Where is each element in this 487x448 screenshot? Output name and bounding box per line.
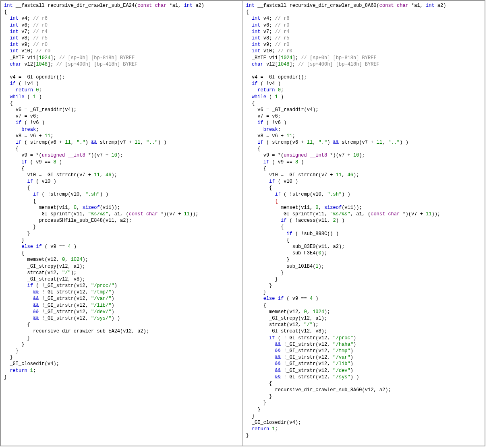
var-v11: v11 xyxy=(269,55,278,61)
var-v7: v7 xyxy=(21,29,27,35)
left-code-pane: int __fastcall recursive_dir_crawler_sub… xyxy=(1,1,243,446)
num: 4 xyxy=(310,296,313,301)
var-v12: v12 xyxy=(266,62,275,67)
kw-if: if xyxy=(275,192,281,197)
op-and: && xyxy=(333,140,339,145)
num: 0 xyxy=(315,205,318,211)
brace-open-red: { xyxy=(275,198,278,204)
type-byte: _BYTE xyxy=(252,55,266,61)
num: 1 xyxy=(33,94,36,100)
fn-readdir: _GI_readdir xyxy=(272,107,304,113)
fn-name: recursive_dir_crawler_sub_EA24 xyxy=(48,3,135,8)
num: 11 xyxy=(135,140,140,145)
type-char: char xyxy=(10,62,21,67)
fn-strcat: _GI_strcat xyxy=(27,277,56,282)
str: "/tmp" xyxy=(333,348,350,354)
arg2-type: int xyxy=(426,3,435,8)
var-v8: v8 xyxy=(21,35,27,41)
op-and: && xyxy=(33,309,39,315)
kw-int: int xyxy=(10,35,19,41)
arg2: a2 xyxy=(195,3,201,8)
type-cast: const char xyxy=(371,211,400,217)
kw-int: int xyxy=(252,16,261,21)
kw-if: if xyxy=(16,140,21,145)
kw-return: return xyxy=(10,368,27,374)
fn-opendir: _GI_opendir xyxy=(266,74,298,80)
num: 1024 xyxy=(71,257,83,262)
var-v12: v12 xyxy=(24,62,33,67)
fn-strstr: _GI_strstr xyxy=(286,342,315,347)
cmt: // [sp+0h] [bp-818h] BYREF xyxy=(301,55,376,61)
num: 10 xyxy=(353,153,359,158)
kw-while: while xyxy=(252,94,266,100)
cmt: // r0 xyxy=(278,48,292,54)
num: 0 xyxy=(319,250,321,256)
kw-int: int xyxy=(10,23,19,28)
cmt: // [sp+400h] [bp-418h] BYREF xyxy=(298,62,379,67)
cmt: // r0 xyxy=(36,48,50,54)
op-and: && xyxy=(33,289,39,295)
var-v7: v7 xyxy=(263,29,269,35)
cmt: // r5 xyxy=(275,35,290,41)
str: ".sh" xyxy=(85,192,100,197)
kw-return: return xyxy=(16,87,33,93)
kw-if: if xyxy=(21,159,27,165)
str: "/" xyxy=(62,270,71,276)
num: 1 xyxy=(272,426,275,432)
var-v4: v4 xyxy=(263,16,269,21)
kw-if: if xyxy=(269,179,275,184)
op-and: && xyxy=(275,355,281,360)
kw-int: int xyxy=(252,48,261,54)
num: 1024 xyxy=(281,55,292,61)
var-v11: v11 xyxy=(27,55,36,61)
fn-closedir: _GI_closedir xyxy=(252,420,286,425)
fn-strstr: _GI_strstr xyxy=(286,374,315,380)
kw-int: int xyxy=(10,48,19,54)
arg1-type: const char xyxy=(379,3,408,8)
callconv: __fastcall xyxy=(16,3,45,8)
num: 4 xyxy=(68,244,70,250)
type-cast: unsigned __int8 xyxy=(42,153,85,158)
kw-int: int xyxy=(252,35,261,41)
fn-sub101b4: sub_101B4 xyxy=(286,264,313,269)
kw-if: if xyxy=(27,283,33,289)
str: "/var/" xyxy=(91,296,111,301)
var-v8: v8 xyxy=(263,35,269,41)
num: 8 xyxy=(295,159,298,165)
num: 0 xyxy=(62,257,65,262)
str: "." xyxy=(319,140,327,145)
cmt: // r4 xyxy=(275,29,290,35)
fn-strrchr: _GI_strrchr xyxy=(286,172,318,178)
op-and: && xyxy=(33,296,39,301)
str: ".sh" xyxy=(327,192,342,197)
kw-else: else if xyxy=(21,244,41,250)
fn-strcpy: _GI_strcpy xyxy=(27,264,56,269)
fn-strstr: _GI_strstr xyxy=(286,368,315,374)
num: 11 xyxy=(336,172,342,178)
str: "." xyxy=(77,140,85,145)
fn-name: recursive_dir_crawler_sub_8A60 xyxy=(290,3,377,8)
fn-recurse: recursive_dir_crawler_sub_8A60 xyxy=(275,387,362,393)
str: "/haha" xyxy=(333,342,353,347)
op-and: && xyxy=(275,374,281,380)
fn-strstr: _GI_strstr xyxy=(286,335,315,341)
kw-if: if xyxy=(281,218,286,223)
kw-if: if xyxy=(27,179,33,184)
right-code-pane: int __fastcall recursive_dir_crawler_sub… xyxy=(243,1,485,446)
kw-if: if xyxy=(33,192,39,197)
fn-strstr: _GI_strstr xyxy=(286,361,315,367)
op-and: && xyxy=(91,140,97,145)
cmt: // r0 xyxy=(275,23,290,28)
kw-if: if xyxy=(263,159,269,165)
num: 11 xyxy=(307,140,313,145)
type-cast: unsigned __int8 xyxy=(284,153,327,158)
var-v9: v9 xyxy=(21,42,27,47)
arg1: *a1 xyxy=(170,3,178,8)
arg1-type: const char xyxy=(137,3,166,8)
num: 1 xyxy=(30,368,33,374)
kw-while: while xyxy=(10,94,24,100)
kw-if: if xyxy=(16,120,21,126)
kw-int: int xyxy=(10,29,19,35)
num: 46 xyxy=(106,172,111,178)
kw-if: if xyxy=(257,120,263,126)
